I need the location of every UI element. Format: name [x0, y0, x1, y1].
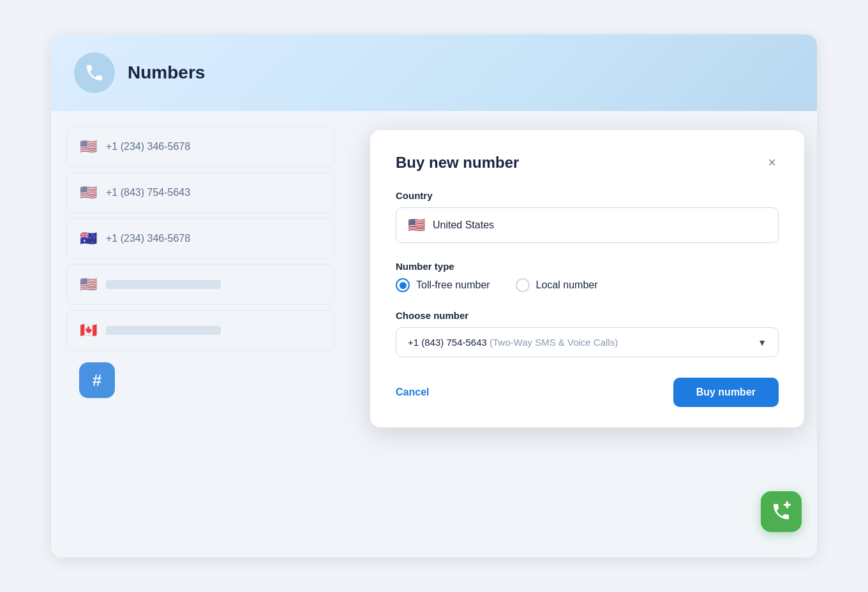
selected-number: +1 (843) 754-5643 (Two-Way SMS & Voice C…: [408, 337, 618, 348]
close-button[interactable]: ×: [765, 153, 779, 172]
floating-add-button[interactable]: [761, 491, 802, 532]
page-title: Numbers: [128, 63, 205, 83]
dropdown-arrow-icon: ▼: [758, 337, 767, 348]
modal-actions: Cancel Buy number: [396, 378, 779, 407]
buy-number-button[interactable]: Buy number: [673, 378, 779, 407]
number-desc: (Two-Way SMS & Voice Calls): [490, 337, 618, 348]
local-option[interactable]: Local number: [516, 278, 598, 292]
phone-icon: [84, 63, 105, 83]
country-flag: 🇺🇸: [408, 217, 425, 233]
toll-free-option[interactable]: Toll-free number: [396, 278, 490, 292]
modal-header: Buy new number ×: [396, 153, 779, 172]
local-radio[interactable]: [516, 278, 530, 292]
local-label: Local number: [536, 279, 598, 291]
cancel-button[interactable]: Cancel: [396, 380, 429, 404]
toll-free-radio[interactable]: [396, 278, 410, 292]
modal-overlay: Buy new number × Country 🇺🇸 United State…: [51, 111, 817, 558]
app-container: Numbers 🇺🇸 +1 (234) 346-5678 🇺🇸 +1 (843)…: [51, 34, 817, 558]
country-select[interactable]: 🇺🇸 United States: [396, 207, 779, 243]
radio-group: Toll-free number Local number: [396, 278, 779, 292]
number-type-label: Number type: [396, 261, 779, 272]
choose-number-label: Choose number: [396, 310, 779, 321]
choose-number-section: Choose number +1 (843) 754-5643 (Two-Way…: [396, 310, 779, 357]
main-content: 🇺🇸 +1 (234) 346-5678 🇺🇸 +1 (843) 754-564…: [51, 111, 817, 558]
header-icon: [74, 52, 115, 93]
phone-add-icon: [771, 501, 791, 522]
number-dropdown[interactable]: +1 (843) 754-5643 (Two-Way SMS & Voice C…: [396, 327, 779, 357]
page-header: Numbers: [51, 34, 817, 111]
number-value-text: +1 (843) 754-5643: [408, 337, 487, 348]
buy-number-modal: Buy new number × Country 🇺🇸 United State…: [370, 130, 804, 427]
number-type-section: Number type Toll-free number Local numbe…: [396, 261, 779, 292]
country-label: Country: [396, 190, 779, 201]
modal-title: Buy new number: [396, 154, 519, 172]
country-value: United States: [433, 219, 494, 231]
toll-free-label: Toll-free number: [416, 279, 490, 291]
